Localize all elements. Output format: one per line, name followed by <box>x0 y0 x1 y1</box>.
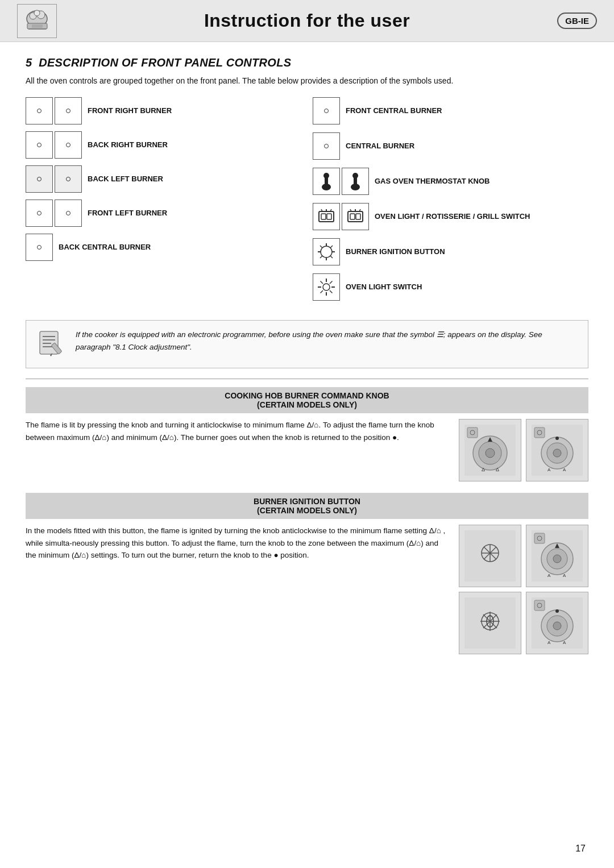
icon-thermostat <box>313 168 369 195</box>
svg-point-9 <box>323 173 329 178</box>
ignition-img-4: A A <box>526 592 588 654</box>
cooking-hob-images: Δ Δ <box>459 419 588 481</box>
svg-rect-5 <box>32 24 43 28</box>
svg-line-32 <box>330 246 333 248</box>
svg-point-34 <box>323 284 330 290</box>
note-box: If the cooker is equipped with an electr… <box>26 320 588 368</box>
knob-image-2: A A <box>526 419 588 481</box>
svg-line-41 <box>330 281 333 284</box>
control-row-front-central: FRONT CENTRAL BURNER <box>313 97 588 124</box>
cooking-hob-header: COOKING HOB BURNER COMMAND KNOB (CERTAIN… <box>26 387 588 413</box>
control-row-back-right: BACK RIGHT BURNER <box>26 131 301 159</box>
note-text: If the cooker is equipped with an electr… <box>76 329 579 353</box>
svg-text:A: A <box>563 640 566 645</box>
control-row-oven-light: OVEN LIGHT SWITCH <box>313 273 588 301</box>
svg-text:A: A <box>563 573 566 578</box>
knob-back-left <box>26 165 82 193</box>
page-header: Instruction for the user GB-IE <box>0 0 614 42</box>
control-row-front-left: FRONT LEFT BURNER <box>26 200 301 227</box>
controls-table: FRONT RIGHT BURNER BACK RIGHT BURNER BAC… <box>26 97 588 309</box>
knob-image-1: Δ Δ <box>459 419 521 481</box>
svg-point-12 <box>352 173 358 178</box>
label-back-right: BACK RIGHT BURNER <box>88 140 168 150</box>
svg-rect-15 <box>327 214 331 219</box>
svg-rect-14 <box>321 214 326 219</box>
control-row-front-right: FRONT RIGHT BURNER <box>26 97 301 124</box>
svg-text:A: A <box>547 467 551 472</box>
cooking-hob-text: The flame is lit by pressing the knob an… <box>26 419 447 443</box>
svg-line-30 <box>320 246 322 248</box>
label-ignition: BURNER IGNITION BUTTON <box>346 247 445 257</box>
page-number: 17 <box>575 844 586 854</box>
burner-ignition-images: A A <box>459 525 588 654</box>
page-title: Instruction for the user <box>204 10 410 31</box>
cooking-hob-content: The flame is lit by pressing the knob an… <box>26 419 588 481</box>
country-badge: GB-IE <box>557 13 597 29</box>
svg-point-64 <box>553 449 561 457</box>
svg-rect-21 <box>356 214 360 219</box>
left-controls-col: FRONT RIGHT BURNER BACK RIGHT BURNER BAC… <box>26 97 301 309</box>
burner-ignition-header: BURNER IGNITION BUTTON (CERTAIN MODELS O… <box>26 493 588 519</box>
main-content: 5 DESCRIPTION OF FRONT PANEL CONTROLS Al… <box>0 42 614 688</box>
knob-back-right <box>26 131 82 159</box>
control-row-central: CENTRAL BURNER <box>313 132 588 160</box>
right-controls-col: FRONT CENTRAL BURNER CENTRAL BURNER <box>313 97 588 309</box>
label-oven-light: OVEN LIGHT SWITCH <box>346 283 422 292</box>
label-front-right: FRONT RIGHT BURNER <box>88 106 172 116</box>
svg-point-65 <box>555 437 559 440</box>
ignition-row-1: A A <box>459 525 588 587</box>
svg-rect-60 <box>534 427 545 438</box>
label-grill: OVEN LIGHT / ROTISSERIE / GRILL SWITCH <box>375 212 530 222</box>
label-back-left: BACK LEFT BURNER <box>88 175 163 184</box>
ignition-img-1 <box>459 525 521 587</box>
svg-line-39 <box>321 281 323 284</box>
section-intro: All the oven controls are grouped togeth… <box>26 75 588 87</box>
control-row-thermostat: GAS OVEN THERMOSTAT KNOB <box>313 168 588 195</box>
label-central: CENTRAL BURNER <box>346 142 414 151</box>
svg-line-31 <box>330 256 333 258</box>
burner-ignition-section: BURNER IGNITION BUTTON (CERTAIN MODELS O… <box>26 493 588 654</box>
knob-back-central <box>26 234 53 261</box>
icon-ignition <box>313 238 340 265</box>
svg-text:Δ: Δ <box>482 467 485 472</box>
burner-ignition-text: In the models fitted with this button, t… <box>26 525 447 562</box>
knob-front-central <box>313 97 340 124</box>
icon-grill <box>313 203 369 230</box>
control-row-back-left: BACK LEFT BURNER <box>26 165 301 193</box>
label-front-central: FRONT CENTRAL BURNER <box>346 106 442 116</box>
svg-text:A: A <box>547 573 551 578</box>
ignition-img-2: A A <box>526 525 588 587</box>
label-back-central: BACK CENTRAL BURNER <box>59 243 151 252</box>
note-icon <box>35 329 67 360</box>
svg-point-95 <box>553 622 561 630</box>
cooking-hob-section: COOKING HOB BURNER COMMAND KNOB (CERTAIN… <box>26 387 588 481</box>
label-thermostat: GAS OVEN THERMOSTAT KNOB <box>375 177 489 186</box>
svg-line-42 <box>321 290 323 293</box>
svg-point-55 <box>486 448 495 458</box>
label-front-left: FRONT LEFT BURNER <box>88 209 167 218</box>
control-row-grill: OVEN LIGHT / ROTISSERIE / GRILL SWITCH <box>313 203 588 230</box>
svg-point-4 <box>34 10 40 16</box>
control-row-ignition: BURNER IGNITION BUTTON <box>313 238 588 265</box>
svg-line-33 <box>320 256 322 258</box>
svg-text:A: A <box>547 640 551 645</box>
svg-rect-51 <box>467 427 478 438</box>
svg-rect-91 <box>534 600 545 610</box>
knob-front-left <box>26 200 82 227</box>
ignition-row-2: A A <box>459 592 588 654</box>
svg-point-79 <box>553 555 561 563</box>
svg-text:A: A <box>563 467 566 472</box>
knob-front-right <box>26 97 82 124</box>
icon-oven-light <box>313 273 340 301</box>
section-title: 5 DESCRIPTION OF FRONT PANEL CONTROLS <box>26 56 588 69</box>
ignition-img-3 <box>459 592 521 654</box>
control-row-back-central: BACK CENTRAL BURNER <box>26 234 301 261</box>
divider-1 <box>26 379 588 379</box>
svg-point-96 <box>555 609 559 613</box>
svg-text:Δ: Δ <box>496 467 499 472</box>
svg-rect-75 <box>534 533 545 543</box>
svg-line-40 <box>330 290 333 293</box>
header-logo <box>17 4 57 38</box>
svg-rect-20 <box>350 214 355 219</box>
knob-central <box>313 132 340 160</box>
